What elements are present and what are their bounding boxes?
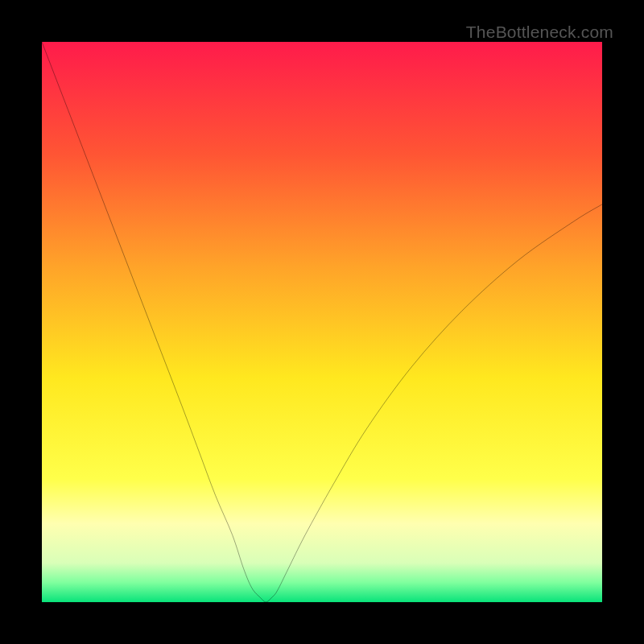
bottleneck-curve [42, 42, 602, 602]
plot-area [42, 42, 602, 602]
curve-layer [42, 42, 602, 602]
chart-frame: TheBottleneck.com [0, 0, 644, 644]
watermark-text: TheBottleneck.com [466, 23, 613, 42]
